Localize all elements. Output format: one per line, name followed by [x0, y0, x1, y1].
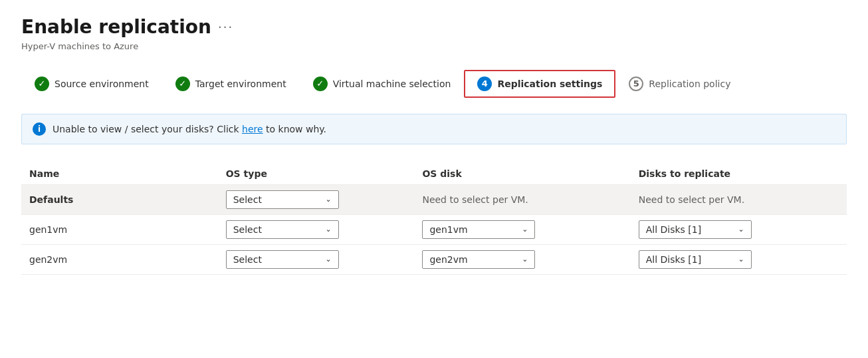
page-header: Enable replication ··· — [21, 16, 847, 39]
table-row-gen2vm: gen2vm Select ⌄ gen2vm ⌄ All Di — [21, 244, 847, 274]
chevron-down-icon: ⌄ — [738, 225, 744, 234]
page-subtitle: Hyper-V machines to Azure — [21, 41, 847, 51]
table-row-gen1vm: gen1vm Select ⌄ gen1vm ⌄ All Di — [21, 214, 847, 244]
wizard-steps: ✓ Source environment ✓ Target environmen… — [21, 70, 847, 98]
info-text-before: Unable to view / select your disks? Clic… — [53, 124, 242, 134]
gen2vm-ostype-select[interactable]: Select ⌄ — [226, 250, 339, 269]
table-header-row: Name OS type OS disk Disks to replicate — [21, 163, 847, 185]
step-source-environment[interactable]: ✓ Source environment — [21, 70, 162, 98]
gen1vm-name-cell: gen1vm — [21, 214, 218, 244]
step-label: Replication settings — [497, 79, 602, 89]
step-number-icon: 5 — [629, 77, 643, 91]
step-replication-policy[interactable]: 5 Replication policy — [615, 70, 744, 98]
defaults-ostype-select[interactable]: Select ⌄ — [226, 190, 339, 209]
gen1vm-ostype-value: Select — [233, 224, 262, 235]
replication-table: Name OS type OS disk Disks to replicate … — [21, 163, 847, 275]
step-number-icon: 4 — [477, 77, 492, 91]
info-text-after: to know why. — [263, 124, 326, 134]
step-replication-settings[interactable]: 4 Replication settings — [464, 70, 615, 98]
step-check-icon: ✓ — [175, 77, 190, 91]
page-title: Enable replication — [21, 16, 211, 39]
step-label: Source environment — [54, 79, 149, 89]
info-banner-text: Unable to view / select your disks? Clic… — [53, 124, 326, 134]
chevron-down-icon: ⌄ — [522, 225, 528, 234]
gen2vm-osdisk-value: gen2vm — [429, 254, 467, 265]
gen1vm-ostype-select[interactable]: Select ⌄ — [226, 220, 339, 239]
gen1vm-disks-value: All Disks [1] — [646, 224, 701, 235]
col-header-ostype: OS type — [218, 163, 415, 185]
defaults-ostype-value: Select — [233, 194, 262, 205]
defaults-name-cell: Defaults — [21, 184, 218, 214]
col-header-name: Name — [21, 163, 218, 185]
step-vm-selection[interactable]: ✓ Virtual machine selection — [300, 70, 465, 98]
col-header-disks: Disks to replicate — [631, 163, 847, 185]
gen1vm-disks-select[interactable]: All Disks [1] ⌄ — [639, 220, 752, 239]
table-row-defaults: Defaults Select ⌄ Need to select per VM.… — [21, 184, 847, 214]
col-header-osdisk: OS disk — [414, 163, 630, 185]
step-target-environment[interactable]: ✓ Target environment — [162, 70, 300, 98]
chevron-down-icon: ⌄ — [325, 255, 331, 264]
info-icon: i — [33, 122, 46, 136]
gen2vm-osdisk-select[interactable]: gen2vm ⌄ — [422, 250, 535, 269]
gen1vm-ostype-cell[interactable]: Select ⌄ — [218, 214, 415, 244]
info-link[interactable]: here — [242, 124, 263, 134]
gen1vm-disks-cell[interactable]: All Disks [1] ⌄ — [631, 214, 847, 244]
gen2vm-ostype-cell[interactable]: Select ⌄ — [218, 244, 415, 274]
step-check-icon: ✓ — [313, 77, 328, 91]
gen2vm-name-cell: gen2vm — [21, 244, 218, 274]
gen2vm-name: gen2vm — [29, 254, 67, 265]
chevron-down-icon: ⌄ — [738, 255, 744, 264]
defaults-osdisk-text: Need to select per VM. — [422, 194, 528, 205]
gen1vm-name: gen1vm — [29, 224, 67, 235]
vm-table: Name OS type OS disk Disks to replicate … — [21, 163, 847, 275]
gen1vm-osdisk-value: gen1vm — [429, 224, 467, 235]
defaults-disks-text: Need to select per VM. — [639, 194, 744, 205]
defaults-disks-cell: Need to select per VM. — [631, 184, 847, 214]
gen1vm-osdisk-select[interactable]: gen1vm ⌄ — [422, 220, 535, 239]
gen2vm-osdisk-cell[interactable]: gen2vm ⌄ — [414, 244, 630, 274]
gen2vm-ostype-value: Select — [233, 254, 262, 265]
defaults-ostype-cell[interactable]: Select ⌄ — [218, 184, 415, 214]
gen1vm-osdisk-cell[interactable]: gen1vm ⌄ — [414, 214, 630, 244]
chevron-down-icon: ⌄ — [325, 225, 331, 234]
step-label: Target environment — [195, 79, 286, 89]
step-label: Virtual machine selection — [333, 79, 451, 89]
gen2vm-disks-cell[interactable]: All Disks [1] ⌄ — [631, 244, 847, 274]
step-check-icon: ✓ — [35, 77, 49, 91]
defaults-osdisk-cell: Need to select per VM. — [414, 184, 630, 214]
gen2vm-disks-value: All Disks [1] — [646, 254, 701, 265]
chevron-down-icon: ⌄ — [522, 255, 528, 264]
info-banner: i Unable to view / select your disks? Cl… — [21, 114, 847, 144]
more-options-icon[interactable]: ··· — [218, 20, 233, 34]
chevron-down-icon: ⌄ — [325, 195, 331, 204]
step-label: Replication policy — [649, 79, 730, 89]
gen2vm-disks-select[interactable]: All Disks [1] ⌄ — [639, 250, 752, 269]
defaults-label: Defaults — [29, 194, 73, 205]
